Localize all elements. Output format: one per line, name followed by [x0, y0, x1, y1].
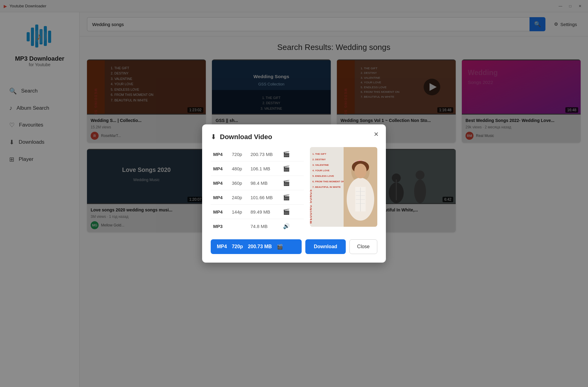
- audio-format-icon: 🔊: [283, 223, 290, 230]
- format-size: 200.73 MB: [251, 152, 278, 157]
- format-type: MP4: [213, 209, 227, 214]
- format-row[interactable]: MP4 360p 98.4 MB 🎬: [211, 176, 304, 190]
- download-header-icon: ⬇: [211, 133, 216, 141]
- selected-format-icon: 🎬: [277, 244, 283, 250]
- format-list: MP4 720p 200.73 MB 🎬 MP4 480p 106.1 MB 🎬…: [211, 147, 304, 233]
- format-resolution: 480p: [232, 166, 246, 171]
- format-resolution: 240p: [232, 195, 246, 200]
- modal-header: ⬇ Download Video: [211, 133, 377, 141]
- format-size: 101.66 MB: [251, 195, 278, 200]
- format-size: 89.49 MB: [251, 209, 278, 214]
- video-format-icon: 🎬: [283, 165, 290, 172]
- format-type: MP3: [213, 224, 227, 229]
- svg-text:WEDDING SONGS: WEDDING SONGS: [310, 189, 312, 224]
- format-resolution: 720p: [232, 152, 246, 157]
- format-size: 74.8 MB: [251, 224, 278, 229]
- format-type: MP4: [213, 152, 227, 157]
- svg-text:3. VALENTINE: 3. VALENTINE: [312, 164, 329, 166]
- modal-overlay[interactable]: ⬇ Download Video ✕ MP4 720p 200.73 MB 🎬 …: [0, 0, 588, 387]
- modal-actions: MP4 720p 200.73 MB 🎬 Download Close: [211, 239, 377, 254]
- format-size: 106.1 MB: [251, 166, 278, 171]
- close-modal-button[interactable]: Close: [349, 239, 377, 254]
- svg-text:2. DESTINY: 2. DESTINY: [312, 158, 326, 161]
- format-row[interactable]: MP4 720p 200.73 MB 🎬: [211, 147, 304, 161]
- format-row[interactable]: MP4 144p 89.49 MB 🎬: [211, 205, 304, 219]
- selected-res: 720p: [232, 244, 243, 249]
- format-size: 98.4 MB: [251, 180, 278, 186]
- format-type: MP4: [213, 180, 227, 186]
- modal-title: Download Video: [220, 133, 272, 141]
- download-modal: ⬇ Download Video ✕ MP4 720p 200.73 MB 🎬 …: [202, 124, 386, 263]
- modal-close-button[interactable]: ✕: [371, 129, 381, 139]
- format-type: MP4: [213, 166, 227, 171]
- video-format-icon: 🎬: [283, 208, 290, 215]
- format-row[interactable]: MP4 240p 101.66 MB 🎬: [211, 190, 304, 205]
- svg-text:6. FROM THIS MOMENT ON: 6. FROM THIS MOMENT ON: [312, 180, 345, 183]
- video-format-icon: 🎬: [283, 180, 290, 186]
- modal-video-thumbnail: 1. THE GIFT 2. DESTINY 3. VALENTINE 4. Y…: [310, 147, 377, 227]
- svg-text:1. THE GIFT: 1. THE GIFT: [312, 153, 326, 155]
- svg-text:7. BEAUTIFUL IN WHITE: 7. BEAUTIFUL IN WHITE: [312, 186, 341, 188]
- selected-size: 200.73 MB: [248, 244, 272, 249]
- video-format-icon: 🎬: [283, 194, 290, 201]
- svg-text:5. ENDLESS LOVE: 5. ENDLESS LOVE: [312, 175, 334, 177]
- modal-body: MP4 720p 200.73 MB 🎬 MP4 480p 106.1 MB 🎬…: [211, 147, 377, 233]
- format-resolution: 360p: [232, 180, 246, 186]
- format-type: MP4: [213, 195, 227, 200]
- svg-text:4. YOUR LOVE: 4. YOUR LOVE: [312, 169, 330, 172]
- selected-type: MP4: [217, 244, 227, 249]
- svg-point-73: [354, 164, 367, 178]
- selected-format-button[interactable]: MP4 720p 200.73 MB 🎬: [211, 239, 302, 254]
- format-row[interactable]: MP3 74.8 MB 🔊: [211, 219, 304, 233]
- video-format-icon: 🎬: [283, 151, 290, 157]
- download-button[interactable]: Download: [305, 239, 346, 254]
- format-resolution: 144p: [232, 209, 246, 214]
- format-row[interactable]: MP4 480p 106.1 MB 🎬: [211, 161, 304, 176]
